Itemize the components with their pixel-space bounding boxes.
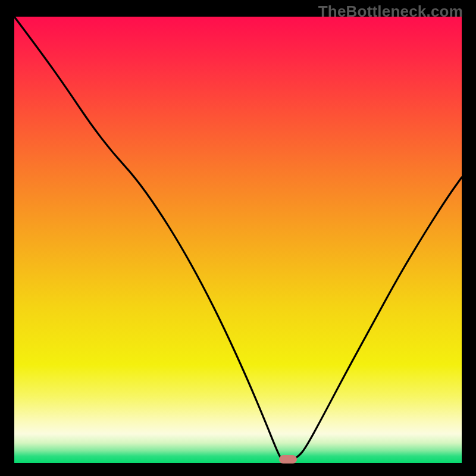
chart-frame: TheBottleneck.com xyxy=(0,0,476,476)
optimal-marker xyxy=(279,455,297,464)
plot-area xyxy=(14,17,462,463)
bottleneck-curve xyxy=(14,17,462,463)
